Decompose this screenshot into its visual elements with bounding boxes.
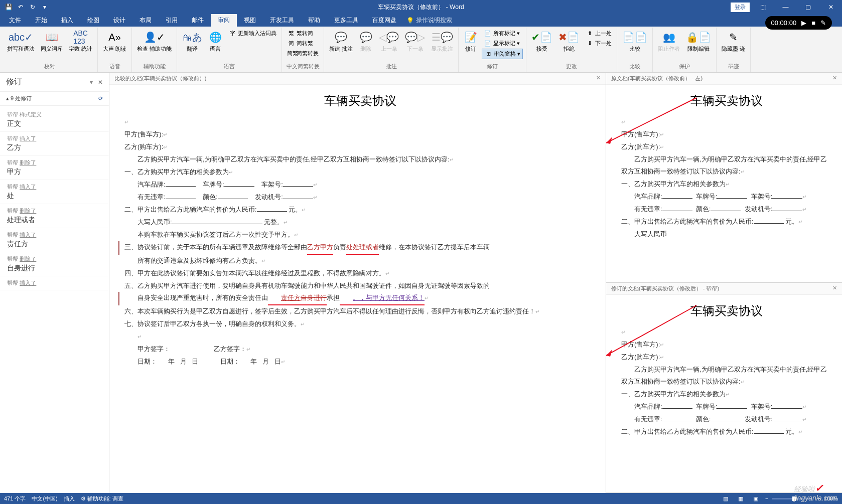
show-icon: ☰💬 xyxy=(432,30,453,45)
language-button[interactable]: 🌐语言 xyxy=(206,29,224,53)
tab-home[interactable]: 开始 xyxy=(28,14,54,27)
insert-mode[interactable]: 插入 xyxy=(64,495,75,502)
tab-view[interactable]: 视图 xyxy=(237,14,263,27)
s2t-button[interactable]: 繁繁转简 xyxy=(285,29,321,38)
tab-mailings[interactable]: 邮件 xyxy=(185,14,211,27)
lightbulb-icon: 💡 xyxy=(406,17,414,24)
revisions-title: 修订 xyxy=(6,77,22,87)
tab-layout[interactable]: 布局 xyxy=(132,14,159,27)
tab-insert[interactable]: 插入 xyxy=(54,14,80,27)
login-button[interactable]: 登录 xyxy=(731,3,750,12)
compare-close-icon[interactable]: ✕ xyxy=(596,75,601,82)
revised-close-icon[interactable]: ✕ xyxy=(832,285,837,292)
tab-references[interactable]: 引用 xyxy=(159,14,185,27)
tab-draw[interactable]: 绘图 xyxy=(80,14,106,27)
hide-ink-button[interactable]: ✎隐藏墨 迹 xyxy=(720,29,747,53)
group-accessibility: 👤✓检查 辅助功能 辅助功能 xyxy=(132,28,177,72)
group-comments: 💬新建 批注 💬删除 ◁💬上一条 💬▷下一条 ☰💬显示批注 批注 xyxy=(324,28,459,72)
tab-review[interactable]: 审阅 xyxy=(211,14,237,27)
reject-button[interactable]: ✖📄拒绝 xyxy=(556,29,582,53)
pane-close-icon[interactable]: ✕ xyxy=(98,79,103,86)
delete-comment-button[interactable]: 💬删除 xyxy=(357,29,375,53)
tab-help[interactable]: 帮助 xyxy=(301,14,327,27)
recorder-edit-icon[interactable]: ✎ xyxy=(820,19,826,27)
translate-icon: 🗛あ xyxy=(182,30,202,45)
minimize-icon[interactable]: — xyxy=(774,0,797,14)
show-comments-button[interactable]: ☰💬显示批注 xyxy=(429,29,455,53)
original-document-body[interactable]: 车辆买卖协议 ↵ 甲方(售车方):↵ 乙方(购车方):↵ 乙方购买甲方汽车一辆,… xyxy=(606,85,842,282)
view-print-icon[interactable]: ▦ xyxy=(735,495,746,502)
revisions-list[interactable]: 帮帮 样式定义正文 帮帮 插入了乙方 帮帮 删除了甲方 帮帮 插入了处 帮帮 删… xyxy=(0,106,109,493)
ribbon-content: abc✓拼写和语法 📖同义词库 ABC123字数 统计 校对 A»大声 朗读 语… xyxy=(0,27,842,73)
down-icon: ⬇ xyxy=(586,40,594,47)
prev-change-button[interactable]: ⬆上一处 xyxy=(584,29,614,38)
compare-button[interactable]: 📄📄比较 xyxy=(620,29,649,53)
zoom-out-icon[interactable]: − xyxy=(765,495,768,501)
redo-icon[interactable]: ↻ xyxy=(27,2,38,13)
a11y-check-button[interactable]: 👤✓检查 辅助功能 xyxy=(135,29,174,53)
new-comment-button[interactable]: 💬新建 批注 xyxy=(327,29,355,53)
wordcount-button[interactable]: ABC123字数 统计 xyxy=(67,29,94,53)
t2s-button[interactable]: 简简转繁 xyxy=(285,39,321,48)
translate-button[interactable]: 🗛あ翻译 xyxy=(180,29,204,53)
display-dropdown[interactable]: 📄所有标记 ▾ xyxy=(482,29,523,38)
st-button[interactable]: 简繁简繁转换 xyxy=(285,49,321,58)
screen-recorder-overlay: 00:00:00 ▶ ■ ✎ xyxy=(765,16,832,30)
qat-more-icon[interactable]: ▾ xyxy=(39,2,50,13)
a11y-status[interactable]: ⚙ 辅助功能: 调查 xyxy=(81,495,123,502)
spelling-button[interactable]: abc✓拼写和语法 xyxy=(5,29,37,53)
refresh-icon[interactable]: ⟳ xyxy=(98,95,103,102)
close-icon[interactable]: ✕ xyxy=(819,0,842,14)
revised-header: 修订的文档(车辆买卖协议（修改后） - 帮帮) xyxy=(611,285,719,292)
view-focus-icon[interactable]: ▤ xyxy=(720,495,731,502)
tab-more[interactable]: 更多工具 xyxy=(327,14,365,27)
next-comment-button[interactable]: 💬▷下一条 xyxy=(403,29,427,53)
restrict-editing-button[interactable]: 🔒📄限制编辑 xyxy=(684,29,713,53)
prev-comment-button[interactable]: ◁💬上一条 xyxy=(377,29,401,53)
tab-file[interactable]: 文件 xyxy=(2,14,28,27)
compare-document-body[interactable]: 车辆买卖协议 ↵ 甲方(售车方):↵ 乙方(购车方):↵ 乙方购买甲方汽车一辆,… xyxy=(109,85,606,493)
prev-icon: ◁💬 xyxy=(379,30,399,45)
globe-icon: 🌐 xyxy=(209,30,222,45)
thesaurus-button[interactable]: 📖同义词库 xyxy=(39,29,65,53)
group-changes: ✔📄接受 ✖📄拒绝 ⬆上一处 ⬇下一处 更改 xyxy=(526,28,617,72)
group-protect: 👥阻止作者 🔒📄限制编辑 保护 xyxy=(653,28,717,72)
recorder-stop-icon[interactable]: ■ xyxy=(811,19,815,27)
word-count-status[interactable]: 471 个字 xyxy=(4,495,26,502)
compare-header: 比较的文档(车辆买卖协议（修改前）) xyxy=(114,75,206,82)
group-tracking: 📝修订 📄所有标记 ▾ 📄显示标记 ▾ ⊞审阅窗格 ▾ 修订 xyxy=(459,28,526,72)
track-icon: 📝 xyxy=(465,30,477,45)
update-ime-button[interactable]: 字更新输入法词典 xyxy=(226,29,278,38)
doc-title: 车辆买卖协议 xyxy=(124,93,596,109)
tell-me-search[interactable]: 💡 操作说明搜索 xyxy=(406,14,452,27)
tab-devtools[interactable]: 开发工具 xyxy=(263,14,301,27)
track-changes-button[interactable]: 📝修订 xyxy=(462,29,480,53)
language-status[interactable]: 中文(中国) xyxy=(32,495,57,502)
expand-icon[interactable]: ▴ xyxy=(6,95,9,101)
original-document-pane: 原文档(车辆买卖协议（修改前） - 左) ✕ 车辆买卖协议 ↵ 甲方(售车方):… xyxy=(606,73,842,283)
readaloud-button[interactable]: A»大声 朗读 xyxy=(101,29,128,53)
original-close-icon[interactable]: ✕ xyxy=(832,75,837,82)
recorder-play-icon[interactable]: ▶ xyxy=(801,19,806,27)
tab-baidu[interactable]: 百度网盘 xyxy=(365,14,403,27)
reviewing-pane-button[interactable]: ⊞审阅窗格 ▾ xyxy=(482,49,523,59)
compare-document-pane: 比较的文档(车辆买卖协议（修改前）) ✕ 车辆买卖协议 ↵ 甲方(售车方):↵ … xyxy=(109,73,606,493)
revised-document-pane: 修订的文档(车辆买卖协议（修改后） - 帮帮) ✕ 车辆买卖协议 ↵ 甲方(售车… xyxy=(606,283,842,493)
ink-icon: ✎ xyxy=(729,30,738,45)
original-header: 原文档(车辆买卖协议（修改前） - 左) xyxy=(611,75,703,82)
accept-button[interactable]: ✔📄接受 xyxy=(529,29,554,53)
block-authors-button[interactable]: 👥阻止作者 xyxy=(656,29,682,53)
recorder-time: 00:00:00 xyxy=(771,19,797,27)
delete-comment-icon: 💬 xyxy=(360,30,372,45)
show-markup-button[interactable]: 📄显示标记 ▾ xyxy=(482,39,523,48)
chevron-down-icon[interactable]: ▾ xyxy=(90,79,93,86)
undo-icon[interactable]: ↶ xyxy=(15,2,26,13)
tab-design[interactable]: 设计 xyxy=(106,14,132,27)
ribbon-options-icon[interactable]: ⬚ xyxy=(752,0,774,14)
view-web-icon[interactable]: ▣ xyxy=(750,495,761,502)
next-change-button[interactable]: ⬇下一处 xyxy=(584,39,614,48)
doc-icon: 📄 xyxy=(484,30,492,37)
revised-document-body[interactable]: 车辆买卖协议 ↵ 甲方(售车方):↵ 乙方(购车方):↵ 乙方购买甲方汽车一辆,… xyxy=(606,295,842,492)
maximize-icon[interactable]: ▢ xyxy=(797,0,819,14)
save-icon[interactable]: 💾 xyxy=(3,2,14,13)
